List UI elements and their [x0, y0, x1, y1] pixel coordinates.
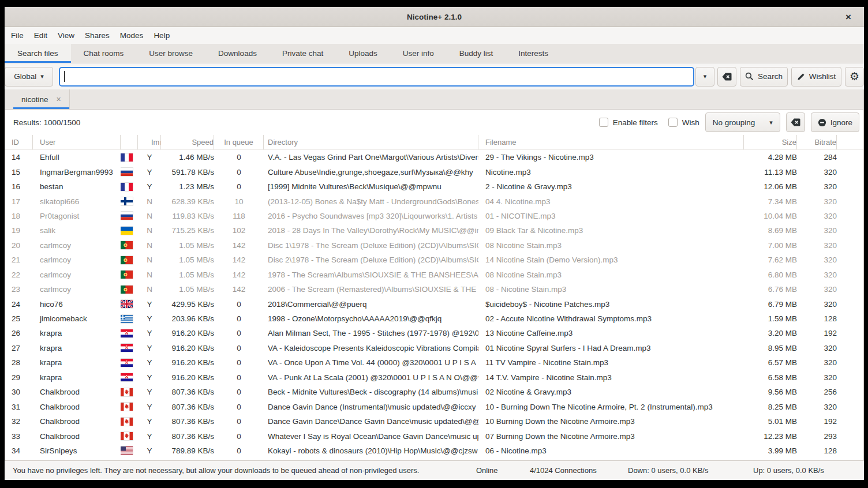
result-flag	[121, 444, 138, 458]
table-row[interactable]: 28krapraY916.20 KB/s0VA - Once Upon A Ti…	[5, 355, 863, 370]
clear-results-button[interactable]	[786, 112, 805, 132]
wish-checkbox[interactable]: Wish	[668, 118, 699, 127]
search-toolbar: Global ▾ ▾ Search Wishlist	[5, 63, 864, 89]
backspace-clear-icon	[722, 73, 732, 81]
result-directory: Disc 1\1978 - The Scream (Deluxe Edition…	[264, 238, 478, 253]
table-row[interactable]: 17sikatopi666N628.39 KB/s10(2013-12-05) …	[5, 194, 863, 208]
tab-private-chat[interactable]: Private chat	[270, 44, 336, 63]
menu-item-modes[interactable]: Modes	[115, 27, 149, 44]
flag-ru-icon	[121, 212, 133, 220]
table-row[interactable]: 27krapraY916.20 KB/s0VA - Kaleidoscope P…	[5, 341, 863, 355]
flag-gr-icon	[121, 315, 133, 323]
menu-item-view[interactable]: View	[53, 27, 80, 44]
column-header-country[interactable]	[121, 135, 138, 149]
clear-search-button[interactable]	[717, 67, 736, 87]
menu-item-help[interactable]: Help	[148, 27, 175, 44]
tab-user-browse[interactable]: User browse	[136, 44, 205, 63]
grouping-dropdown[interactable]: No grouping ▾	[705, 112, 780, 132]
upload-status[interactable]: Up: 0 users, 0.0 KB/s	[753, 466, 824, 475]
menu-item-shares[interactable]: Shares	[80, 27, 115, 44]
search-tab-label: nicotine	[21, 95, 48, 104]
table-row[interactable]: 33ChalkbroodY807.36 KB/s0Whatever I Say …	[5, 429, 863, 443]
column-header-speed[interactable]: Speed	[161, 135, 214, 149]
checkbox-icon[interactable]	[668, 118, 678, 127]
table-row[interactable]: 15IngmarBergman9993Y591.78 KB/s0Culture …	[5, 164, 863, 179]
result-speed: 429.95 KB/s	[161, 296, 214, 311]
table-row[interactable]: 18Pr0tagonistN119.83 KB/s1182016 - Psych…	[5, 209, 863, 223]
search-button[interactable]: Search	[740, 67, 788, 87]
result-queue: 0	[214, 179, 264, 194]
table-row[interactable]: 22carlmcoyN1.05 MB/s1421978 - The Scream…	[5, 268, 863, 282]
table-row[interactable]: 20carlmcoyN1.05 MB/s142Disc 1\1978 - The…	[5, 238, 863, 253]
result-size: 3.20 MB	[744, 326, 797, 340]
tab-buddy-list[interactable]: Buddy list	[447, 44, 506, 63]
tab-interests[interactable]: Interests	[506, 44, 561, 63]
result-size: 9.56 MB	[744, 385, 797, 399]
result-queue: 142	[214, 268, 264, 282]
tab-search-files[interactable]: Search files	[5, 44, 71, 63]
result-queue: 0	[214, 370, 264, 385]
column-header-user[interactable]: User	[33, 135, 121, 149]
table-row[interactable]: 32ChalkbroodY807.36 KB/s0Dance Gavin Dan…	[5, 414, 863, 429]
table-row[interactable]: 29krapraY916.20 KB/s0VA - Punk At La Sca…	[5, 370, 863, 385]
result-speed: 119.83 KB/s	[161, 209, 214, 223]
ignore-button[interactable]: Ignore	[811, 112, 859, 132]
result-filename: 08 Nicotine Stain.mp3	[478, 268, 744, 282]
wishlist-button[interactable]: Wishlist	[791, 67, 841, 87]
column-header-queue[interactable]: In queue	[214, 135, 264, 149]
search-history-dropdown[interactable]: ▾	[695, 67, 714, 87]
table-row[interactable]: 14EhfullY1.46 MB/s0V.A. - Las Vegas Grin…	[5, 150, 863, 164]
enable-filters-checkbox[interactable]: Enable filters	[599, 118, 658, 127]
result-user: Chalkbrood	[33, 429, 121, 443]
menu-item-edit[interactable]: Edit	[29, 27, 53, 44]
result-size: 8.25 MB	[744, 399, 797, 414]
tab-user-info[interactable]: User info	[390, 44, 447, 63]
search-scope-dropdown[interactable]: Global ▾	[5, 67, 53, 87]
tab-downloads[interactable]: Downloads	[205, 44, 270, 63]
table-row[interactable]: 30ChalkbroodY807.36 KB/s0Beck - Midnite …	[5, 385, 863, 399]
search-results-panel: Results: 1000/1500 Enable filters Wish N…	[5, 110, 864, 460]
column-header-filename[interactable]: Filename	[478, 135, 744, 149]
result-directory: Dance Gavin Dance (Instrumental)\music u…	[264, 399, 478, 414]
column-header-directory[interactable]: Directory	[264, 135, 478, 149]
result-filename: 06 - Nicotine.mp3	[478, 444, 744, 458]
menu-item-file[interactable]: File	[6, 27, 29, 44]
search-tab-nicotine[interactable]: nicotine ×	[13, 89, 70, 109]
result-bitrate: 320	[797, 341, 837, 355]
column-header-id[interactable]: ID	[5, 135, 33, 149]
table-row[interactable]: 24hico76Y429.95 KB/s02018\Commercial\@@p…	[5, 296, 863, 311]
column-header-size[interactable]: Size	[744, 135, 797, 149]
result-filename: 14 Nicotine Stain (Demo Version).mp3	[478, 253, 744, 267]
result-size: 1.59 MB	[744, 311, 797, 326]
download-status[interactable]: Down: 0 users, 0.0 KB/s	[628, 466, 708, 475]
result-id: 24	[5, 296, 33, 311]
column-header-immediate[interactable]: Immediate Download	[138, 135, 161, 149]
result-filename: 08 - Nicotine Stain.mp3	[478, 282, 744, 296]
tab-close-icon[interactable]: ×	[57, 95, 61, 104]
table-row[interactable]: 34SirSnipeysY789.89 KB/s0Kokayi - robots…	[5, 444, 863, 458]
tab-chat-rooms[interactable]: Chat rooms	[71, 44, 137, 63]
table-row[interactable]: 25jimicomebackY203.96 KB/s01998 - Ozone\…	[5, 311, 863, 326]
result-queue: 142	[214, 253, 264, 267]
result-speed: 1.05 MB/s	[161, 268, 214, 282]
result-queue: 0	[214, 355, 264, 370]
column-header-bitrate[interactable]: Bitrate	[797, 135, 837, 149]
tab-uploads[interactable]: Uploads	[336, 44, 390, 63]
window-close-button[interactable]: ×	[842, 11, 855, 24]
table-row[interactable]: 19salikN715.25 KB/s1022018 - 28 Days In …	[5, 223, 863, 238]
table-row[interactable]: 21carlmcoyN1.05 MB/s142Disc 2\1978 - The…	[5, 253, 863, 267]
result-immediate: Y	[138, 355, 161, 370]
result-filename: 13 Nicotine Caffeine.mp3	[478, 326, 744, 340]
result-user: bestan	[33, 179, 121, 194]
table-row[interactable]: 23carlmcoyN1.05 MB/s1422006 - The Scream…	[5, 282, 863, 296]
settings-button[interactable]: ⚙	[845, 67, 864, 87]
search-input[interactable]	[59, 67, 694, 87]
checkbox-icon[interactable]	[599, 118, 608, 127]
result-flag	[121, 399, 138, 414]
table-row[interactable]: 31ChalkbroodY807.36 KB/s0Dance Gavin Dan…	[5, 399, 863, 414]
enable-filters-label: Enable filters	[613, 118, 658, 127]
table-row[interactable]: 16bestanY1.23 MB/s0[1999] Midnite Vultur…	[5, 179, 863, 194]
table-row[interactable]: 26krapraY916.20 KB/s0Alan Milman Sect, T…	[5, 326, 863, 340]
online-status[interactable]: Online	[476, 466, 498, 475]
result-id: 33	[5, 429, 33, 443]
